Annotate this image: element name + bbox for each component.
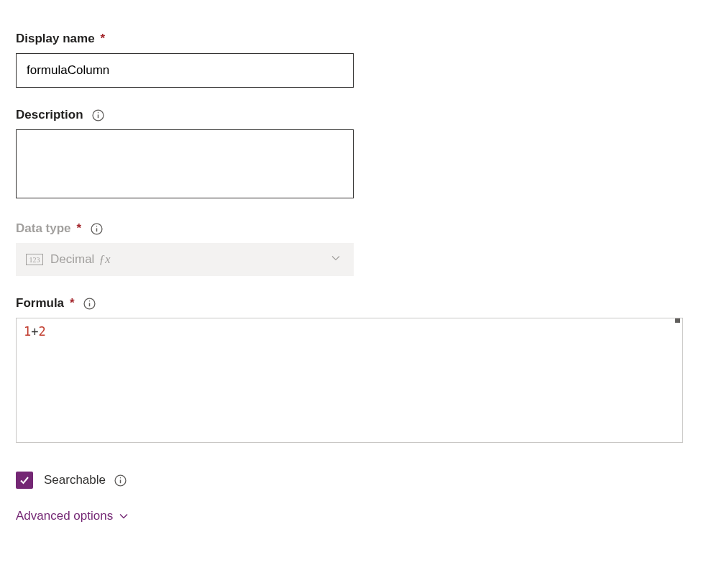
formula-label: Formula * [16, 296, 685, 311]
required-indicator: * [70, 296, 75, 311]
searchable-label: Searchable [44, 473, 106, 487]
formula-field: Formula * 1+2 [16, 296, 685, 443]
number-type-icon: 123 [26, 254, 43, 265]
description-label-text: Description [16, 108, 83, 122]
info-icon[interactable] [90, 222, 103, 235]
description-input[interactable] [16, 129, 354, 198]
data-type-label-text: Data type [16, 221, 71, 236]
display-name-input[interactable] [16, 53, 354, 88]
display-name-label: Display name * [16, 32, 685, 46]
display-name-field: Display name * [16, 32, 685, 88]
advanced-options-toggle[interactable]: Advanced options [16, 509, 685, 523]
searchable-row: Searchable [16, 472, 685, 489]
fx-icon: ƒx [98, 252, 110, 267]
description-label: Description [16, 108, 685, 122]
searchable-checkbox[interactable] [16, 472, 33, 489]
svg-point-2 [98, 112, 98, 113]
check-icon [19, 474, 30, 486]
info-icon[interactable] [92, 109, 105, 121]
description-field: Description [16, 108, 685, 201]
data-type-label: Data type * [16, 221, 685, 236]
required-indicator: * [77, 221, 82, 236]
chevron-down-icon [331, 253, 341, 266]
data-type-value: Decimal ƒx [50, 252, 110, 267]
svg-point-13 [119, 477, 120, 478]
data-type-dropdown[interactable]: 123 Decimal ƒx [16, 243, 354, 276]
svg-text:123: 123 [29, 256, 40, 264]
info-icon[interactable] [114, 474, 127, 487]
formula-label-text: Formula [16, 296, 64, 311]
required-indicator: * [101, 32, 106, 46]
svg-point-5 [96, 226, 96, 226]
scroll-indicator [675, 318, 680, 323]
info-icon[interactable] [83, 297, 96, 310]
advanced-options-label: Advanced options [16, 509, 113, 523]
formula-editor[interactable]: 1+2 [16, 318, 683, 443]
data-type-field: Data type * 123 Decimal ƒx [16, 221, 685, 276]
svg-point-10 [89, 300, 90, 301]
chevron-down-icon [119, 511, 129, 521]
formula-content: 1+2 [24, 324, 675, 339]
display-name-label-text: Display name [16, 32, 95, 46]
